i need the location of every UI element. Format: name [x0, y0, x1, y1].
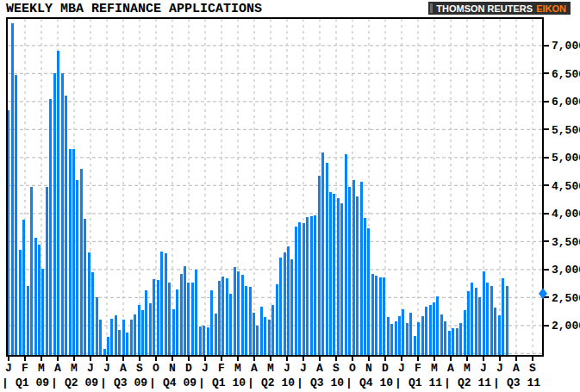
logo-tab	[430, 3, 433, 13]
weekly-refi-bar	[34, 238, 37, 356]
weekly-refi-bar	[490, 286, 493, 356]
weekly-refi-bar	[433, 302, 435, 356]
weekly-refi-bar	[153, 279, 155, 356]
thomson-reuters-eikon-logo: THOMSON REUTERS EIKON	[428, 2, 571, 15]
weekly-refi-bar	[172, 309, 175, 356]
weekly-refi-bar	[245, 286, 247, 356]
weekly-refi-bar	[41, 269, 44, 356]
weekly-refi-bar	[184, 266, 186, 356]
weekly-refi-bar	[326, 163, 328, 356]
weekly-refi-bar	[229, 294, 232, 356]
weekly-refi-bar	[290, 259, 293, 356]
month-label: F	[218, 362, 225, 375]
month-label: M	[38, 362, 45, 375]
month-label: M	[464, 362, 471, 375]
weekly-refi-bar	[99, 320, 102, 356]
month-label: A	[120, 362, 127, 375]
weekly-refi-bar	[215, 314, 217, 356]
weekly-refi-bar	[444, 321, 446, 356]
weekly-refi-bar	[318, 176, 321, 356]
y-axis-label: 3,000	[552, 264, 580, 277]
weekly-refi-bar	[126, 333, 128, 356]
quarter-separator: |	[247, 376, 254, 389]
weekly-refi-bar	[138, 305, 140, 356]
month-label: A	[513, 362, 520, 375]
weekly-refi-bar	[141, 310, 144, 356]
weekly-refi-bar	[237, 271, 240, 356]
weekly-refi-bar	[110, 319, 113, 356]
weekly-refi-bar	[134, 314, 136, 356]
weekly-refi-bar	[268, 320, 271, 356]
weekly-refi-bar	[398, 316, 401, 356]
weekly-refi-bar	[498, 315, 501, 356]
quarter-label: Q4 10	[359, 376, 393, 389]
weekly-refi-bar	[406, 323, 408, 356]
weekly-refi-bar	[302, 223, 305, 356]
weekly-refi-bar	[279, 258, 282, 356]
weekly-refi-bar	[314, 215, 316, 356]
month-label: N	[169, 362, 176, 375]
weekly-refi-bar	[329, 192, 332, 356]
weekly-refi-bar	[195, 270, 197, 356]
month-label: J	[398, 362, 405, 375]
weekly-refi-bar	[218, 281, 221, 356]
weekly-refi-bar	[61, 73, 64, 356]
quarter-label: Q1 11	[408, 376, 442, 389]
month-label: J	[202, 362, 209, 375]
weekly-refi-bar	[38, 245, 41, 356]
quarter-label: Q4 09	[163, 376, 196, 389]
quarter-label: Q1 10	[212, 376, 246, 389]
month-label: D	[185, 362, 192, 375]
weekly-refi-bar	[221, 277, 224, 356]
weekly-refi-bar	[348, 187, 351, 356]
quarter-label: Q2 10	[261, 376, 295, 389]
weekly-refi-bar	[456, 328, 458, 356]
weekly-refi-bar	[91, 272, 94, 356]
weekly-refi-bar	[471, 283, 473, 356]
month-label: F	[415, 362, 421, 375]
weekly-refi-bar	[371, 274, 374, 356]
weekly-refi-bar	[84, 219, 86, 356]
weekly-refi-bar	[310, 216, 313, 356]
weekly-refi-bar	[226, 278, 228, 356]
y-axis-label: 7,000	[552, 40, 580, 53]
weekly-refi-bar	[96, 297, 98, 356]
month-label: J	[480, 362, 487, 375]
logo-product-text: EIKON	[536, 3, 566, 14]
weekly-refi-bar	[260, 307, 263, 356]
eikon-chart-window: WEEKLY MBA REFINANCE APPLICATIONS THOMSO…	[0, 0, 580, 392]
weekly-refi-bar	[421, 316, 424, 356]
weekly-refi-bar	[249, 287, 252, 356]
quarter-separator: |	[444, 376, 451, 389]
weekly-refi-bar	[187, 283, 190, 356]
weekly-refi-bar	[340, 203, 343, 356]
weekly-refi-bar	[360, 182, 363, 356]
y-axis-label: 5,000	[552, 152, 580, 165]
weekly-refi-bar	[364, 218, 366, 356]
quarter-label: Q2 09	[65, 376, 98, 389]
weekly-refi-bar	[306, 217, 309, 356]
weekly-refi-bar	[145, 290, 147, 356]
weekly-refi-bar	[483, 271, 485, 356]
refinance-applications-bar-chart[interactable]: 2,0002,5003,0003,5004,0004,5005,0005,500…	[0, 0, 580, 392]
weekly-refi-bar	[390, 324, 393, 356]
quarter-separator: |	[2, 376, 9, 389]
weekly-refi-bar	[409, 313, 412, 356]
month-label: A	[447, 362, 454, 375]
quarter-separator: |	[149, 376, 156, 389]
month-label: M	[267, 362, 274, 375]
weekly-refi-bar	[11, 23, 14, 356]
weekly-refi-bar	[467, 291, 470, 356]
weekly-refi-bar	[107, 337, 109, 356]
weekly-refi-bar	[241, 275, 244, 356]
weekly-refi-bar	[395, 321, 397, 356]
weekly-refi-bar	[103, 349, 106, 356]
quarter-separator: |	[395, 376, 402, 389]
weekly-refi-bar	[425, 307, 427, 356]
weekly-refi-bar	[367, 228, 370, 356]
month-label: A	[251, 362, 258, 375]
weekly-refi-bar	[276, 284, 278, 356]
month-label: D	[382, 362, 389, 375]
plot-border	[7, 18, 543, 356]
month-label: O	[153, 362, 159, 375]
